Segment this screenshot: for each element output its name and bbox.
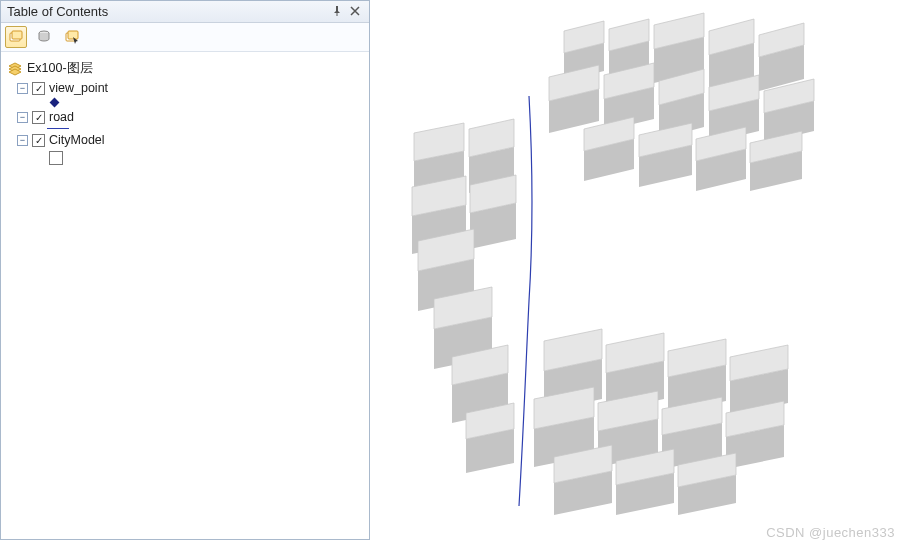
layer-visibility-checkbox[interactable] bbox=[32, 111, 45, 124]
layer-row[interactable]: − road bbox=[7, 108, 363, 126]
building-cluster-west bbox=[412, 119, 516, 473]
layer-label: road bbox=[49, 110, 74, 124]
layer-row[interactable]: − view_point bbox=[7, 79, 363, 97]
tree-root-label: Ex100-图层 bbox=[27, 60, 93, 77]
layer-row[interactable]: − CityModel bbox=[7, 131, 363, 149]
layer-symbol-row[interactable] bbox=[7, 97, 363, 108]
map-viewport[interactable] bbox=[374, 0, 905, 542]
tree-root[interactable]: Ex100-图层 bbox=[7, 58, 363, 79]
point-symbol-icon bbox=[50, 98, 60, 108]
layer-tree: Ex100-图层 − view_point − road − bbox=[1, 52, 369, 173]
svg-rect-4 bbox=[68, 31, 78, 39]
data-frame-icon bbox=[7, 62, 23, 76]
panel-title: Table of Contents bbox=[7, 4, 327, 19]
layer-visibility-checkbox[interactable] bbox=[32, 134, 45, 147]
building-cluster-south bbox=[534, 329, 788, 515]
toc-panel: Table of Contents bbox=[0, 0, 370, 540]
list-by-source-button[interactable] bbox=[33, 26, 55, 48]
layer-symbol-row[interactable] bbox=[7, 149, 363, 167]
toc-toolbar bbox=[1, 23, 369, 52]
layer-visibility-checkbox[interactable] bbox=[32, 82, 45, 95]
line-symbol-icon bbox=[47, 128, 69, 129]
collapse-icon[interactable]: − bbox=[17, 112, 28, 123]
list-by-selection-button[interactable] bbox=[61, 26, 83, 48]
collapse-icon[interactable]: − bbox=[17, 135, 28, 146]
collapse-icon[interactable]: − bbox=[17, 83, 28, 94]
road-feature bbox=[519, 96, 532, 506]
polygon-symbol-icon bbox=[49, 151, 63, 165]
panel-titlebar: Table of Contents bbox=[1, 1, 369, 23]
watermark: CSDN @juechen333 bbox=[766, 525, 895, 540]
building-cluster-north bbox=[549, 13, 814, 191]
close-icon[interactable] bbox=[347, 3, 363, 19]
list-by-drawing-order-button[interactable] bbox=[5, 26, 27, 48]
layer-label: CityModel bbox=[49, 133, 105, 147]
layer-label: view_point bbox=[49, 81, 108, 95]
pin-icon[interactable] bbox=[329, 3, 345, 19]
svg-rect-1 bbox=[12, 31, 22, 39]
